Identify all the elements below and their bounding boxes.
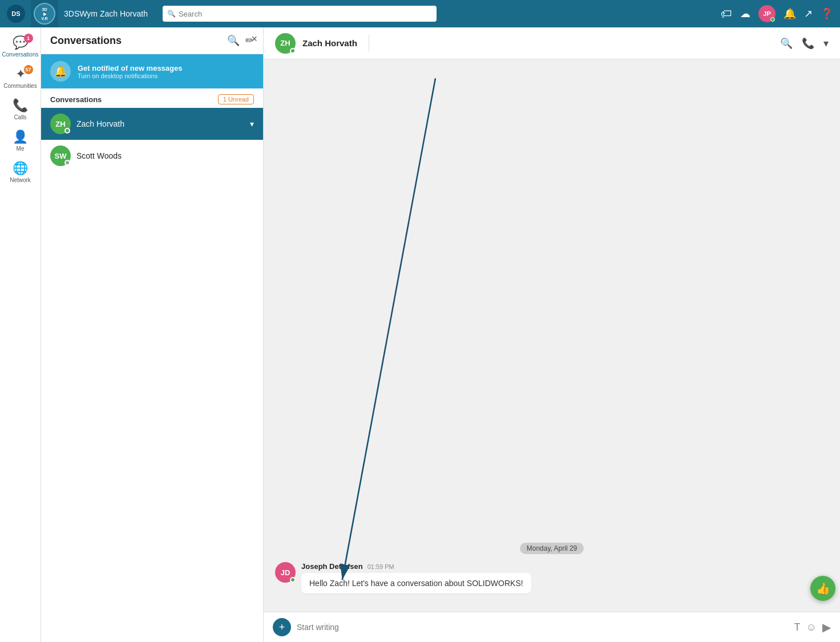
conversations-section-title: Conversations bbox=[50, 95, 102, 104]
panel-header-actions: 🔍 ✏ bbox=[227, 34, 254, 47]
zach-avatar: ZH bbox=[50, 114, 71, 134]
message-time: 01:59 PM bbox=[368, 563, 394, 570]
network-icon: 🌐 bbox=[13, 161, 28, 176]
send-button[interactable]: ▶ bbox=[822, 620, 831, 634]
chat-header-actions: 🔍 📞 ▾ bbox=[780, 37, 829, 50]
communities-badge: 57 bbox=[24, 65, 33, 74]
conversation-item-scott[interactable]: SW Scott Woods bbox=[41, 140, 263, 172]
svg-line-1 bbox=[342, 78, 435, 580]
help-icon[interactable]: ❓ bbox=[821, 7, 833, 20]
text-format-icon[interactable]: T bbox=[794, 621, 801, 633]
message-bubble: Hello Zach! Let's have a conversation ab… bbox=[301, 573, 531, 593]
emoji-icon[interactable]: ☺ bbox=[806, 621, 817, 633]
chat-search-icon[interactable]: 🔍 bbox=[780, 37, 793, 50]
floating-widget[interactable]: 👍 bbox=[810, 576, 835, 601]
notification-banner[interactable]: 🔔 Get notified of new messages Turn on d… bbox=[41, 54, 263, 88]
message-sender-name: Joseph Detlefsen bbox=[301, 562, 363, 571]
message-sender-avatar: JD bbox=[275, 562, 296, 583]
user-avatar[interactable]: JP bbox=[758, 5, 776, 22]
date-divider: Monday, April 29 bbox=[275, 543, 829, 553]
chat-messages: Monday, April 29 JD Joseph Detlefsen 01:… bbox=[264, 59, 840, 612]
calls-icon: 📞 bbox=[13, 98, 28, 113]
notif-title: Get notified of new messages bbox=[78, 64, 183, 72]
add-button[interactable]: + bbox=[273, 618, 291, 636]
top-navbar: DS 3D ▶ V.R 3DSWym Zach Horvath 🔍 🏷 ☁ JP… bbox=[0, 0, 840, 27]
chat-header: ZH Zach Horvath 🔍 📞 ▾ bbox=[264, 27, 840, 59]
chat-more-icon[interactable]: ▾ bbox=[823, 37, 829, 50]
conversation-item-zach[interactable]: ZH Zach Horvath ▾ bbox=[41, 108, 263, 140]
sidebar-item-network[interactable]: 🌐 Network bbox=[1, 158, 40, 187]
message-row: JD Joseph Detlefsen 01:59 PM Hello Zach!… bbox=[275, 562, 829, 593]
message-sender-status bbox=[290, 577, 296, 583]
panel-search-icon[interactable]: 🔍 bbox=[227, 34, 240, 47]
nav-actions: 🏷 ☁ JP 🔔 ↗ ❓ bbox=[721, 5, 833, 22]
chat-contact-status bbox=[290, 48, 296, 54]
zach-name: Zach Horvath bbox=[76, 119, 124, 128]
cloud-icon[interactable]: ☁ bbox=[740, 7, 750, 20]
conversations-panel: × Conversations 🔍 ✏ 🔔 Get notified of ne… bbox=[41, 27, 264, 642]
search-input[interactable] bbox=[163, 6, 437, 22]
main-layout: 💬 1 Conversations ✦ 57 Communities 📞 Cal… bbox=[0, 27, 840, 642]
chat-contact-name: Zach Horvath bbox=[302, 38, 357, 48]
share-icon[interactable]: ↗ bbox=[804, 7, 813, 20]
search-icon: 🔍 bbox=[167, 10, 176, 18]
scott-status-dot bbox=[64, 160, 70, 165]
sidebar-item-calls[interactable]: 📞 Calls bbox=[1, 95, 40, 124]
app-name: 3DSWym Zach Horvath bbox=[64, 9, 148, 18]
tag-icon[interactable]: 🏷 bbox=[721, 7, 732, 21]
annotation-arrow bbox=[264, 59, 840, 612]
zach-status-dot bbox=[64, 128, 70, 134]
panel-close-button[interactable]: × bbox=[251, 33, 257, 45]
message-content: Joseph Detlefsen 01:59 PM Hello Zach! Le… bbox=[301, 562, 829, 593]
header-divider bbox=[369, 35, 369, 52]
bell-icon[interactable]: 🔔 bbox=[784, 7, 796, 20]
input-actions: T ☺ ▶ bbox=[794, 620, 831, 634]
scott-avatar: SW bbox=[50, 146, 71, 166]
left-sidebar: 💬 1 Conversations ✦ 57 Communities 📞 Cal… bbox=[0, 27, 41, 642]
conversations-section: Conversations 1 Unread ZH Zach Horvath ▾… bbox=[41, 88, 263, 172]
message-input[interactable] bbox=[297, 623, 789, 632]
notif-bell-icon: 🔔 bbox=[50, 61, 71, 82]
chevron-down-icon: ▾ bbox=[250, 119, 254, 128]
scott-name: Scott Woods bbox=[76, 151, 122, 160]
sidebar-item-me[interactable]: 👤 Me bbox=[1, 126, 40, 155]
panel-header: Conversations 🔍 ✏ bbox=[41, 27, 263, 54]
me-icon: 👤 bbox=[13, 130, 28, 144]
avatar-status-dot bbox=[770, 17, 775, 22]
notif-subtitle: Turn on desktop notifications bbox=[78, 72, 183, 79]
chat-area: ZH Zach Horvath 🔍 📞 ▾ bbox=[264, 27, 840, 642]
chat-input-area: + T ☺ ▶ bbox=[264, 612, 840, 642]
conversations-badge: 1 bbox=[24, 34, 33, 43]
panel-title: Conversations bbox=[50, 35, 122, 47]
unread-badge: 1 Unread bbox=[218, 94, 254, 104]
chat-contact-avatar: ZH bbox=[275, 33, 296, 54]
search-bar[interactable]: 🔍 bbox=[163, 6, 437, 22]
sidebar-item-conversations[interactable]: 💬 1 Conversations bbox=[1, 32, 40, 61]
ds-logo[interactable]: DS bbox=[7, 5, 25, 23]
brand-icon[interactable]: 3D ▶ V.R bbox=[31, 0, 58, 27]
chat-call-icon[interactable]: 📞 bbox=[802, 37, 814, 50]
sidebar-item-communities[interactable]: ✦ 57 Communities bbox=[1, 63, 40, 92]
